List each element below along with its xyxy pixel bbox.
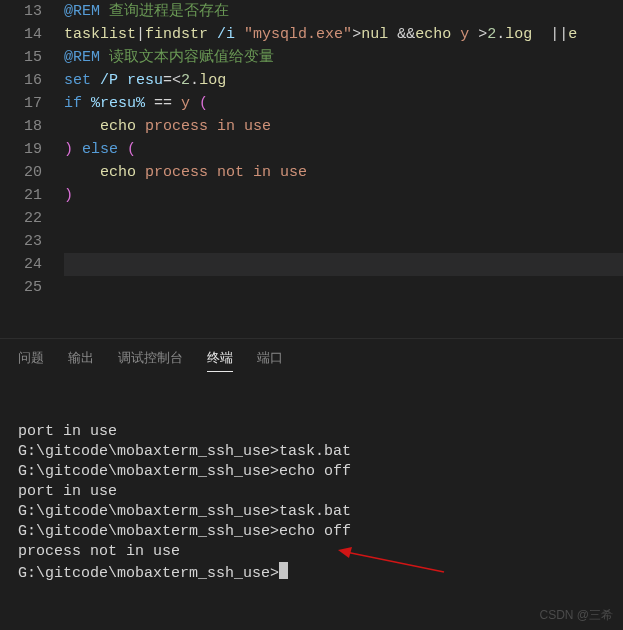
terminal-line: G:\gitcode\mobaxterm_ssh_use>task.bat bbox=[18, 502, 605, 522]
panel-tab[interactable]: 输出 bbox=[68, 349, 94, 372]
bottom-panel: 问题输出调试控制台终端端口 port in useG:\gitcode\moba… bbox=[0, 338, 623, 630]
line-number: 22 bbox=[0, 207, 42, 230]
svg-marker-1 bbox=[338, 547, 352, 558]
terminal-line: process not in use bbox=[18, 542, 605, 562]
code-line[interactable]: tasklist|findstr /i "mysqld.exe">nul &&e… bbox=[64, 23, 623, 46]
watermark: CSDN @三希 bbox=[539, 607, 613, 624]
line-number: 25 bbox=[0, 276, 42, 299]
line-number: 19 bbox=[0, 138, 42, 161]
panel-tab[interactable]: 终端 bbox=[207, 349, 233, 372]
terminal-output[interactable]: port in useG:\gitcode\mobaxterm_ssh_use>… bbox=[0, 378, 623, 630]
line-number-gutter: 13141516171819202122232425 bbox=[0, 0, 60, 338]
line-number: 14 bbox=[0, 23, 42, 46]
terminal-cursor bbox=[279, 562, 288, 579]
svg-line-0 bbox=[346, 552, 444, 572]
line-number: 18 bbox=[0, 115, 42, 138]
line-number: 21 bbox=[0, 184, 42, 207]
terminal-line: port in use bbox=[18, 422, 605, 442]
terminal-prompt[interactable]: G:\gitcode\mobaxterm_ssh_use> bbox=[18, 562, 605, 584]
code-line[interactable] bbox=[64, 276, 623, 299]
code-line[interactable]: echo process not in use bbox=[64, 161, 623, 184]
panel-tab[interactable]: 问题 bbox=[18, 349, 44, 372]
line-number: 24 bbox=[0, 253, 42, 276]
code-line[interactable]: if %resu% == y ( bbox=[64, 92, 623, 115]
code-line[interactable] bbox=[64, 253, 623, 276]
line-number: 17 bbox=[0, 92, 42, 115]
code-line[interactable]: set /P resu=<2.log bbox=[64, 69, 623, 92]
panel-tab[interactable]: 端口 bbox=[257, 349, 283, 372]
annotation-arrow-icon bbox=[336, 546, 446, 576]
code-area[interactable]: @REM 查询进程是否存在tasklist|findstr /i "mysqld… bbox=[60, 0, 623, 338]
terminal-line: G:\gitcode\mobaxterm_ssh_use>echo off bbox=[18, 462, 605, 482]
code-line[interactable]: ) bbox=[64, 184, 623, 207]
terminal-line: port in use bbox=[18, 482, 605, 502]
line-number: 16 bbox=[0, 69, 42, 92]
line-number: 15 bbox=[0, 46, 42, 69]
panel-tab[interactable]: 调试控制台 bbox=[118, 349, 183, 372]
line-number: 23 bbox=[0, 230, 42, 253]
code-line[interactable]: echo process in use bbox=[64, 115, 623, 138]
code-line[interactable] bbox=[64, 207, 623, 230]
panel-tabs: 问题输出调试控制台终端端口 bbox=[0, 339, 623, 378]
line-number: 20 bbox=[0, 161, 42, 184]
line-number: 13 bbox=[0, 0, 42, 23]
code-editor[interactable]: 13141516171819202122232425 @REM 查询进程是否存在… bbox=[0, 0, 623, 338]
code-line[interactable]: @REM 查询进程是否存在 bbox=[64, 0, 623, 23]
terminal-line: G:\gitcode\mobaxterm_ssh_use>task.bat bbox=[18, 442, 605, 462]
code-line[interactable]: ) else ( bbox=[64, 138, 623, 161]
terminal-line: G:\gitcode\mobaxterm_ssh_use>echo off bbox=[18, 522, 605, 542]
code-line[interactable] bbox=[64, 230, 623, 253]
code-line[interactable]: @REM 读取文本内容赋值给变量 bbox=[64, 46, 623, 69]
